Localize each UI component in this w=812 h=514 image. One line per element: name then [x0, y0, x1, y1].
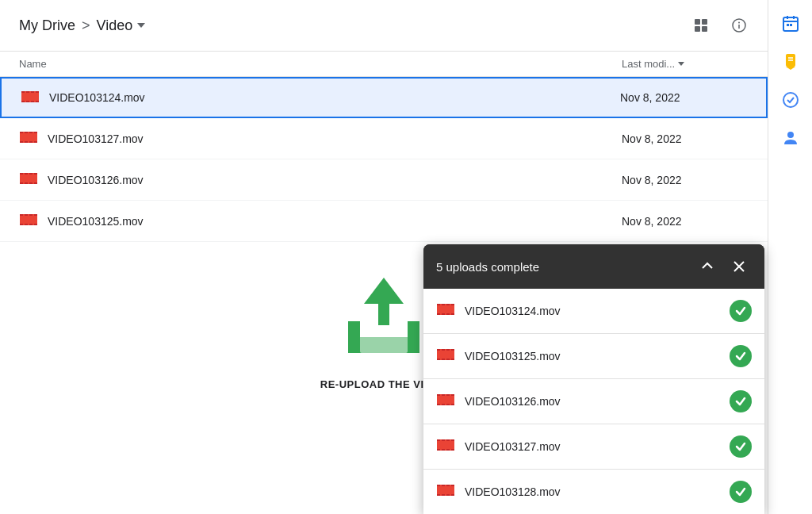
upload-item: VIDEO103127.mov	[423, 424, 764, 470]
svg-rect-21	[26, 91, 29, 93]
svg-rect-100	[437, 485, 440, 486]
svg-rect-42	[20, 182, 23, 184]
svg-rect-87	[442, 404, 445, 405]
grid-view-button[interactable]	[685, 10, 717, 41]
svg-rect-28	[20, 132, 37, 143]
collapse-panel-button[interactable]	[695, 254, 720, 279]
upload-complete-icon	[730, 481, 752, 503]
svg-rect-26	[31, 101, 34, 102]
file-row[interactable]: VIDEO103124.mov Nov 8, 2022	[0, 77, 768, 118]
upload-item-video-icon	[436, 301, 455, 321]
svg-rect-69	[442, 313, 445, 315]
chevron-down-icon	[137, 23, 145, 28]
svg-rect-25	[26, 101, 29, 102]
svg-rect-13	[702, 19, 707, 25]
upload-item: VIDEO103124.mov	[423, 289, 764, 334]
upload-icon	[336, 274, 431, 369]
svg-rect-74	[442, 349, 445, 351]
file-row[interactable]: VIDEO103125.mov Nov 8, 2022	[0, 201, 768, 242]
svg-rect-86	[437, 404, 440, 405]
column-name: Name	[19, 58, 622, 70]
svg-rect-51	[20, 224, 23, 225]
svg-rect-50	[34, 214, 37, 216]
svg-rect-34	[25, 141, 28, 143]
file-list-header: Name Last modi...	[0, 52, 768, 77]
file-modified: Nov 8, 2022	[622, 132, 749, 145]
upload-item-video-icon	[436, 346, 455, 366]
file-modified: Nov 8, 2022	[622, 174, 749, 186]
svg-rect-96	[442, 449, 445, 451]
svg-rect-98	[451, 449, 454, 451]
file-row[interactable]: VIDEO103126.mov Nov 8, 2022	[0, 159, 768, 201]
upload-panel-header: 5 uploads complete	[423, 244, 764, 289]
upload-complete-icon	[730, 345, 752, 367]
upload-item-name: VIDEO103128.mov	[465, 485, 730, 498]
close-panel-button[interactable]	[726, 254, 752, 279]
breadcrumb-separator: >	[82, 17, 90, 34]
upload-complete-icon	[730, 435, 752, 458]
svg-rect-35	[29, 141, 33, 143]
header: My Drive > Video	[0, 0, 768, 52]
right-sidebar	[768, 0, 812, 514]
svg-rect-97	[446, 449, 450, 451]
info-button[interactable]	[723, 10, 755, 41]
svg-marker-60	[364, 278, 404, 304]
tasks-icon[interactable]	[775, 84, 806, 116]
file-modified: Nov 8, 2022	[620, 91, 747, 104]
svg-rect-81	[437, 394, 454, 405]
svg-rect-106	[446, 494, 450, 496]
svg-rect-84	[446, 394, 450, 396]
svg-rect-19	[21, 91, 39, 102]
svg-rect-89	[451, 404, 454, 405]
svg-rect-53	[29, 224, 33, 225]
svg-marker-7	[786, 67, 795, 70]
svg-rect-79	[446, 359, 450, 360]
svg-rect-80	[451, 359, 454, 360]
file-modified: Nov 8, 2022	[622, 215, 749, 228]
file-name: VIDEO103126.mov	[48, 174, 622, 186]
svg-rect-54	[34, 224, 37, 225]
svg-rect-43	[25, 182, 28, 184]
svg-rect-83	[442, 394, 445, 396]
contacts-icon[interactable]	[775, 122, 806, 154]
svg-rect-63	[437, 304, 454, 315]
svg-rect-91	[437, 439, 440, 441]
upload-panel-actions	[695, 254, 752, 279]
upload-item-video-icon	[436, 481, 455, 502]
svg-point-18	[738, 22, 740, 24]
svg-rect-57	[408, 321, 419, 353]
svg-rect-73	[437, 349, 440, 351]
svg-rect-94	[451, 439, 454, 441]
column-modified[interactable]: Last modi...	[622, 58, 749, 70]
svg-rect-76	[451, 349, 454, 351]
file-row[interactable]: VIDEO103127.mov Nov 8, 2022	[0, 118, 768, 159]
sort-arrow-icon	[678, 62, 684, 66]
calendar-icon[interactable]	[775, 8, 806, 40]
breadcrumb-my-drive[interactable]: My Drive	[19, 17, 75, 34]
upload-item-video-icon	[436, 436, 455, 457]
breadcrumb: My Drive > Video	[19, 17, 145, 34]
upload-item-video-icon	[436, 391, 455, 412]
breadcrumb-video[interactable]: Video	[97, 17, 146, 34]
svg-rect-68	[437, 313, 440, 315]
svg-rect-82	[437, 394, 440, 396]
upload-item: VIDEO103128.mov	[423, 470, 764, 514]
keep-icon[interactable]	[775, 46, 806, 78]
svg-rect-56	[348, 321, 360, 353]
svg-rect-14	[695, 26, 700, 32]
svg-rect-4	[787, 24, 789, 26]
header-actions	[685, 10, 755, 41]
svg-rect-66	[446, 304, 450, 305]
video-file-icon	[19, 211, 38, 231]
svg-rect-77	[437, 359, 440, 360]
svg-rect-15	[702, 26, 707, 32]
svg-rect-24	[21, 101, 25, 102]
svg-rect-31	[29, 132, 33, 133]
upload-item: VIDEO103126.mov	[423, 379, 764, 424]
file-name: VIDEO103124.mov	[49, 91, 620, 104]
svg-point-10	[783, 93, 798, 107]
svg-rect-78	[442, 359, 445, 360]
file-name: VIDEO103127.mov	[48, 132, 622, 145]
upload-item-name: VIDEO103125.mov	[465, 350, 730, 362]
upload-panel: 5 uploads complete	[423, 244, 764, 514]
